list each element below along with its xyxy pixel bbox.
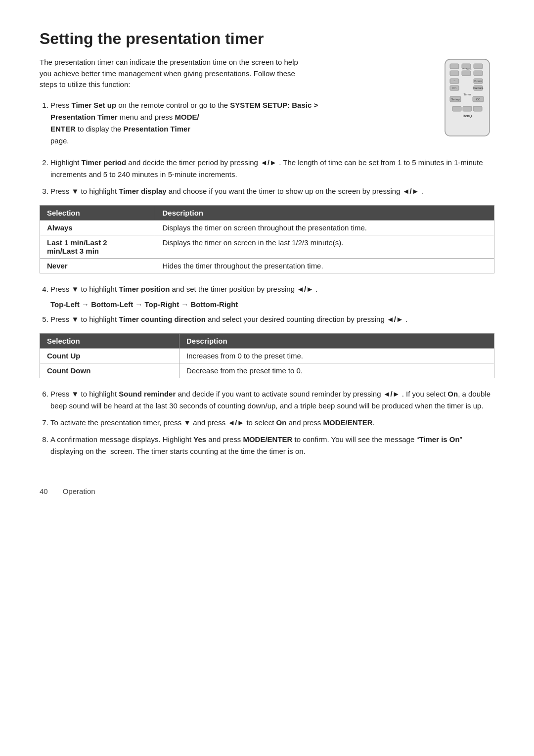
svg-text:On: On: [452, 87, 456, 89]
desc-always: Displays the timer on screen throughout …: [155, 220, 494, 235]
table-row: Count Down Decrease from the preset time…: [40, 363, 494, 378]
selection-count-up: Count Up: [40, 348, 179, 363]
col-selection-1: Selection: [40, 205, 155, 220]
position-flow: Top-Left → Bottom-Left → Top-Right → Bot…: [50, 300, 494, 309]
svg-rect-21: [452, 106, 461, 111]
table-counting: Selection Description Count Up Increases…: [40, 333, 494, 378]
svg-text:CC: CC: [476, 98, 481, 101]
remote-image: D. Zoom − Down On Capture Timer Set up C…: [440, 57, 494, 142]
page-number: 40: [40, 487, 48, 495]
svg-rect-3: [474, 64, 483, 69]
step-5: Press ▼ to highlight Timer counting dire…: [50, 313, 494, 325]
table-row: Count Up Increases from 0 to the preset …: [40, 348, 494, 363]
table-row: Last 1 min/Last 2min/Last 3 min Displays…: [40, 235, 494, 258]
svg-rect-5: [462, 71, 471, 76]
step-2: Highlight Timer period and decide the ti…: [50, 157, 494, 180]
svg-rect-23: [473, 106, 482, 111]
step-4: Press ▼ to highlight Timer position and …: [50, 283, 494, 295]
col-selection-2: Selection: [40, 333, 179, 348]
svg-text:Capture: Capture: [473, 87, 484, 89]
col-description-2: Description: [179, 333, 494, 348]
page-title: Setting the presentation timer: [40, 30, 494, 48]
desc-last: Displays the timer on screen in the last…: [155, 235, 494, 258]
selection-count-down: Count Down: [40, 363, 179, 378]
step-3: Press ▼ to highlight Timer display and c…: [50, 185, 494, 197]
svg-rect-22: [463, 106, 472, 111]
svg-text:−: −: [453, 79, 455, 83]
selection-last: Last 1 min/Last 2min/Last 3 min: [40, 235, 155, 258]
svg-text:Down: Down: [474, 80, 482, 83]
desc-never: Hides the timer throughout the presentat…: [155, 258, 494, 273]
svg-rect-4: [450, 71, 459, 76]
step-1: Press Timer Set up on the remote control…: [50, 99, 425, 147]
col-description-1: Description: [155, 205, 494, 220]
step-7: To activate the presentation timer, pres…: [50, 417, 494, 429]
step-6: Press ▼ to highlight Sound reminder and …: [50, 388, 494, 412]
svg-text:Set up: Set up: [451, 98, 460, 101]
svg-rect-6: [474, 71, 483, 76]
table-display: Selection Description Always Displays th…: [40, 205, 494, 273]
step-8: A confirmation message displays. Highlig…: [50, 434, 494, 457]
table-row: Always Displays the timer on screen thro…: [40, 220, 494, 235]
svg-text:BenQ: BenQ: [463, 114, 472, 118]
selection-always: Always: [40, 220, 155, 235]
svg-rect-1: [450, 64, 459, 69]
footer-label: Operation: [63, 487, 95, 495]
selection-never: Never: [40, 258, 155, 273]
svg-text:Timer: Timer: [463, 93, 471, 96]
desc-count-down: Decrease from the preset time to 0.: [179, 363, 494, 378]
svg-text:D. Zoom: D. Zoom: [462, 68, 472, 71]
table-row: Never Hides the timer throughout the pre…: [40, 258, 494, 273]
intro-text: The presentation timer can indicate the …: [40, 57, 307, 90]
desc-count-up: Increases from 0 to the preset time.: [179, 348, 494, 363]
